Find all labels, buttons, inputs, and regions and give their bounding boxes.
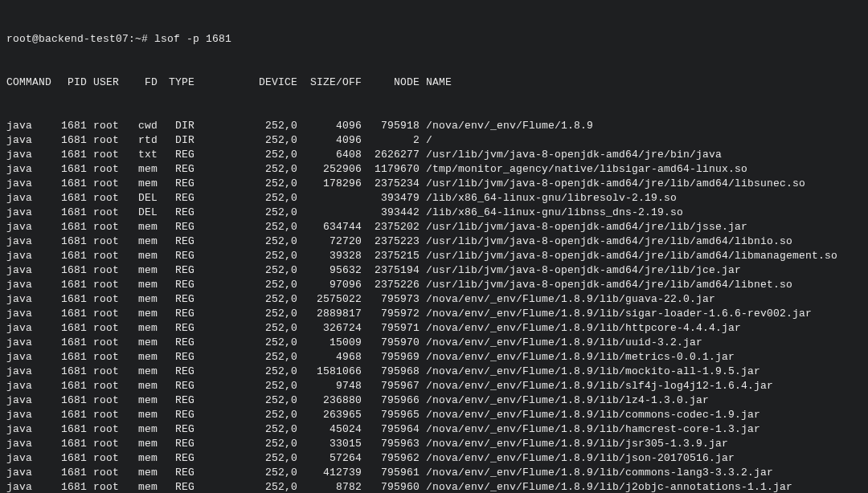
col-device: 252,0 (194, 177, 297, 191)
cwd: ~ (135, 33, 141, 45)
hdr-name: NAME (420, 75, 452, 90)
col-user: root (93, 451, 127, 466)
col-pid: 1681 (53, 119, 87, 133)
col-node: 795964 (362, 422, 420, 437)
col-command: java (6, 249, 53, 263)
col-device: 252,0 (194, 249, 297, 263)
col-user: root (93, 422, 127, 437)
col-type: REG (162, 321, 194, 336)
lsof-row: java1681 rootDELREG252,0393479/lib/x86_6… (6, 191, 862, 206)
col-user: root (93, 119, 127, 133)
col-command: java (6, 234, 53, 249)
hdr-user: USER (93, 75, 127, 90)
hdr-node: NODE (362, 75, 420, 90)
col-device: 252,0 (194, 292, 297, 307)
col-pid: 1681 (53, 393, 87, 408)
col-pid: 1681 (53, 422, 87, 437)
col-fd: mem (127, 292, 158, 307)
lsof-row: java1681 rootmemREG252,06347442375202/us… (6, 220, 862, 234)
col-node: 2 (362, 133, 420, 148)
lsof-header: COMMANDPID USERFDTYPEDEVICESIZE/OFFNODEN… (6, 75, 862, 90)
lsof-row: java1681 rootrtdDIR252,040962/ (6, 133, 862, 148)
col-size: 45024 (297, 422, 362, 437)
lsof-row: java1681 rootmemREG252,0236880795966/nov… (6, 393, 862, 408)
col-type: REG (162, 480, 194, 493)
col-type: REG (162, 191, 194, 206)
col-command: java (6, 350, 53, 365)
col-size: 97096 (297, 278, 362, 292)
col-node: 2375215 (362, 249, 420, 263)
col-type: REG (162, 278, 194, 292)
col-size: 9748 (297, 379, 362, 393)
col-fd: txt (127, 148, 158, 162)
col-command: java (6, 365, 53, 379)
col-user: root (93, 336, 127, 350)
col-type: REG (162, 206, 194, 220)
col-fd: mem (127, 336, 158, 350)
col-name: /nova/env/_env/Flume/1.8.9/lib/commons-c… (420, 408, 760, 422)
col-node: 795970 (362, 336, 420, 350)
col-command: java (6, 148, 53, 162)
col-size: 15009 (297, 336, 362, 350)
col-name: /nova/env/_env/Flume/1.8.9/lib/lz4-1.3.0… (420, 393, 709, 408)
col-device: 252,0 (194, 393, 297, 408)
col-type: REG (162, 249, 194, 263)
lsof-row: java1681 rootmemREG252,0970962375226/usr… (6, 278, 862, 292)
lsof-row: java1681 roottxtREG252,064082626277/usr/… (6, 148, 862, 162)
col-size: 39328 (297, 249, 362, 263)
col-command: java (6, 422, 53, 437)
col-fd: DEL (127, 206, 158, 220)
col-pid: 1681 (53, 249, 87, 263)
col-node: 795960 (362, 480, 420, 493)
col-name: /lib/x86_64-linux-gnu/libresolv-2.19.so (420, 191, 677, 206)
col-user: root (93, 350, 127, 365)
col-size: 72720 (297, 234, 362, 249)
lsof-row: java1681 rootmemREG252,01581066795968/no… (6, 365, 862, 379)
col-device: 252,0 (194, 119, 297, 133)
col-user: root (93, 437, 127, 451)
hdr-type: TYPE (162, 75, 194, 90)
col-device: 252,0 (194, 206, 297, 220)
col-size: 57264 (297, 451, 362, 466)
col-command: java (6, 393, 53, 408)
col-size: 2575022 (297, 292, 362, 307)
col-node: 795969 (362, 350, 420, 365)
col-fd: DEL (127, 191, 158, 206)
terminal-output[interactable]: root@backend-test07:~# lsof -p 1681 COMM… (0, 0, 868, 493)
col-size: 4096 (297, 133, 362, 148)
col-device: 252,0 (194, 365, 297, 379)
col-type: REG (162, 466, 194, 480)
col-type: REG (162, 365, 194, 379)
col-command: java (6, 336, 53, 350)
col-user: root (93, 249, 127, 263)
col-name: /usr/lib/jvm/java-8-openjdk-amd64/jre/li… (420, 220, 747, 234)
col-node: 795973 (362, 292, 420, 307)
col-user: root (93, 162, 127, 177)
col-name: /usr/lib/jvm/java-8-openjdk-amd64/jre/li… (420, 278, 792, 292)
col-user: root (93, 307, 127, 321)
col-type: REG (162, 162, 194, 177)
lsof-row: java1681 rootmemREG252,04968795969/nova/… (6, 350, 862, 365)
col-size: 4968 (297, 350, 362, 365)
col-device: 252,0 (194, 162, 297, 177)
col-node: 795963 (362, 437, 420, 451)
lsof-row: java1681 rootmemREG252,0393282375215/usr… (6, 249, 862, 263)
col-name: /nova/env/_env/Flume/1.8.9/lib/mockito-a… (420, 365, 760, 379)
col-size: 178296 (297, 177, 362, 191)
lsof-row: java1681 rootmemREG252,0263965795965/nov… (6, 408, 862, 422)
col-node: 1179670 (362, 162, 420, 177)
col-node: 795968 (362, 365, 420, 379)
col-pid: 1681 (53, 321, 87, 336)
col-command: java (6, 177, 53, 191)
lsof-row: java1681 rootDELREG252,0393442/lib/x86_6… (6, 206, 862, 220)
col-fd: mem (127, 379, 158, 393)
col-fd: mem (127, 263, 158, 278)
col-type: REG (162, 408, 194, 422)
col-fd: mem (127, 307, 158, 321)
prompt-line: root@backend-test07:~# lsof -p 1681 (6, 32, 862, 47)
col-name: /nova/env/_env/Flume/1.8.9/lib/j2objc-an… (420, 480, 792, 493)
col-pid: 1681 (53, 220, 87, 234)
col-node: 795972 (362, 307, 420, 321)
col-command: java (6, 278, 53, 292)
col-size: 263965 (297, 408, 362, 422)
